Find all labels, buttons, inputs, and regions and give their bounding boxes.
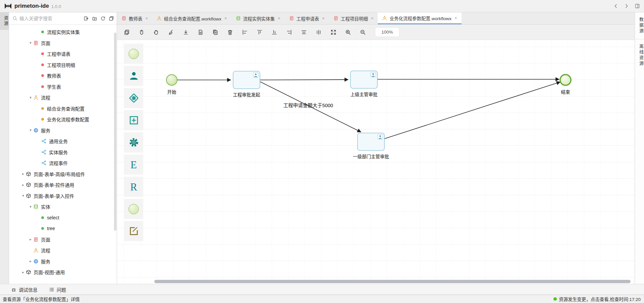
tree-item[interactable]: select [9,212,117,223]
tree-item[interactable]: tree [9,223,117,234]
flow-node-start[interactable]: 开始 [166,75,177,95]
tree-expand-icon[interactable]: ▸ [28,237,33,242]
tab-close-icon[interactable]: × [454,15,457,20]
diagram-canvas[interactable]: ER 开始工程审批发起上级主管审批一级部门主管审批结束工程申请金额大于5000 [117,40,635,284]
align-bottom-button[interactable] [271,29,277,35]
tree-item[interactable]: ▸页面-表单-高级/布局组件 [9,169,117,180]
tab-close-icon[interactable]: × [322,16,325,21]
palette-subprocess[interactable] [124,110,143,130]
tree-item[interactable]: ▾服务 [9,125,117,136]
tab-close-icon[interactable]: × [278,16,280,21]
editor-tab[interactable]: 结合业务查询配置.workflowx× [152,12,231,24]
palette-gateway[interactable] [124,88,143,108]
palette-entity-r[interactable]: R [124,177,143,197]
tree-item[interactable]: ▾实体 [9,201,117,212]
files-button[interactable] [212,29,218,35]
tree-item[interactable]: 流程实例实体集 [9,27,117,38]
palette-end-event[interactable] [124,199,143,219]
palette-entity-e[interactable]: E [124,155,143,175]
tree-item[interactable]: ▾页面 [9,38,117,49]
collapse-icon[interactable] [109,16,114,21]
refresh-icon[interactable] [100,16,106,21]
broom-button[interactable] [168,29,174,35]
editor-tab[interactable]: 业务化流程参数配置.workflowx× [378,12,461,24]
flow-node-task1[interactable]: 工程审批发起 [233,71,260,97]
flow-node-end[interactable]: 结束 [560,75,571,95]
tree-item[interactable]: ▾流程 [9,92,117,103]
tree-expand-icon[interactable]: ▸ [20,183,26,187]
zoom-out-button[interactable] [360,29,366,35]
tree-item[interactable]: 工程项目明细 [9,59,117,71]
hand-icon [153,29,159,35]
editor-tab[interactable]: 工程项目明细× [329,12,378,24]
flow-node-task2[interactable]: 上级主管审批 [351,71,378,97]
editor-tab[interactable]: 工程申请表× [285,12,329,24]
palette-user-task[interactable] [124,66,143,86]
align-right-button[interactable] [286,29,292,35]
align-left-button[interactable] [242,29,248,35]
right-rail-tab[interactable]: 数据源 [635,12,644,39]
trash-button[interactable] [227,29,233,35]
tab-close-icon[interactable]: × [371,16,374,21]
editor-tab[interactable]: 教师表× [117,12,152,24]
tab-close-icon[interactable]: × [224,16,227,21]
flow-node-task3[interactable]: 一级部门主管审批 [353,133,389,159]
tree-item[interactable]: 结合业务查询配置 [9,103,117,114]
bottom-tab-list[interactable]: 问题 [49,286,66,293]
layout-toggle-icon[interactable] [635,3,640,9]
palette-start-event[interactable] [124,44,143,64]
nav-back-icon[interactable] [613,3,619,9]
editor-tab[interactable]: 流程实例实体集× [231,12,285,24]
status-left-text[interactable]: 查看资源「业务化流程参数配置」详情 [3,296,80,302]
palette-edit-node[interactable] [124,221,143,241]
tree-expand-icon[interactable]: ▾ [28,95,33,100]
mouse-button[interactable] [139,29,145,35]
file-button[interactable] [198,29,204,35]
zoom-level-indicator[interactable]: 100% [375,28,399,37]
tab-close-icon[interactable]: × [146,16,148,21]
tree-item[interactable]: 流程 [9,245,117,256]
nav-forward-icon[interactable] [624,3,629,9]
tree-item-label: 页面 [41,40,50,46]
panel-export-icon[interactable] [84,16,89,21]
tree-item[interactable]: 通用业务 [9,136,117,147]
right-rail-tab[interactable]: 离线资源 [635,39,644,72]
canvas-h-scrollbar[interactable] [154,280,631,283]
fit-screen-button[interactable] [330,29,336,35]
tree-expand-icon[interactable]: ▾ [28,41,33,45]
tree-item[interactable]: ▸页面-视图-通用 [9,267,117,278]
tree-expand-icon[interactable]: ▸ [28,259,33,263]
tree-item[interactable]: 业务化流程参数配置 [9,114,117,125]
zoom-in-button[interactable] [345,29,351,35]
flow-edge[interactable] [384,82,560,139]
tree-expand-icon[interactable]: ▸ [20,270,26,274]
copy-button[interactable] [124,29,130,35]
tree-item[interactable]: 学生表 [9,81,117,92]
hand-button[interactable] [153,29,159,35]
palette-service-task[interactable] [124,132,143,153]
sidebar-scrollbar[interactable] [114,33,116,231]
download-button[interactable] [183,29,189,35]
align-top-button[interactable] [257,29,263,35]
flow-edge[interactable] [260,80,348,80]
tree-expand-icon[interactable]: ▾ [28,205,33,209]
tree-item[interactable]: 实体服务 [9,147,117,158]
tree-item[interactable]: 工程申请表 [9,48,117,59]
tree-expand-icon[interactable]: ▸ [20,172,26,176]
rail-tab-resources[interactable]: 资源 [0,12,9,30]
align-center-h-button[interactable] [301,29,307,35]
tree-item[interactable]: ▸页面 [9,234,117,245]
tree-item[interactable]: ▸页面-表单-控件通用 [9,179,117,190]
tree-item[interactable]: ▸服务 [9,256,117,267]
bottom-tab-debug[interactable]: 调试信息 [11,286,38,293]
folder-new-icon[interactable] [92,16,97,21]
tree-item[interactable]: ▾页面-表单-录入控件 [9,190,117,202]
tree-item[interactable]: 教师表 [9,70,117,81]
align-center-v-button[interactable] [316,29,322,35]
tree-item[interactable]: 流程事件 [9,158,117,169]
status-right[interactable]: 资源发生变更，点击查看,检查时间:17:20 [553,296,641,302]
tree-expand-icon[interactable]: ▾ [20,193,26,198]
search-input[interactable] [19,16,82,21]
edge-condition-label[interactable]: 工程申请金额大于5000 [283,103,333,108]
tree-expand-icon[interactable]: ▾ [28,128,33,132]
